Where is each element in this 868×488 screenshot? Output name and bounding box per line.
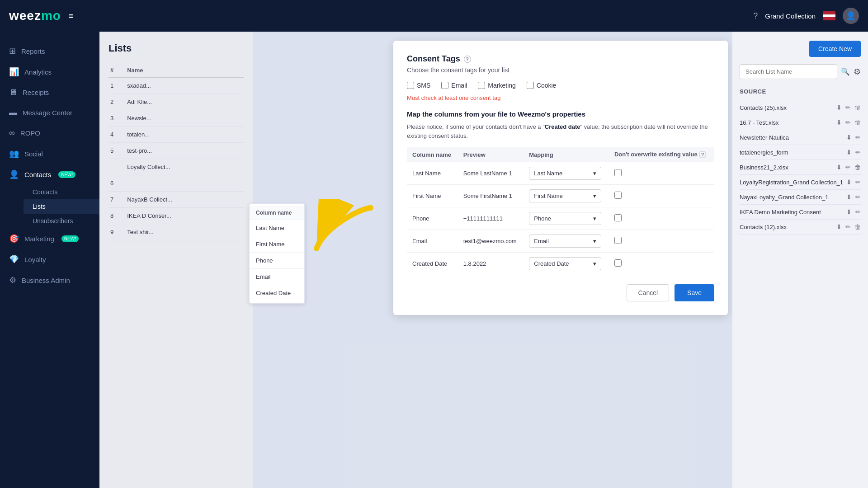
download-icon-8[interactable]: ⬇ xyxy=(846,208,852,216)
mapping-select-firstname[interactable]: First Name ▾ xyxy=(524,185,609,207)
source-actions-2: ⬇ ✏ 🗑 xyxy=(836,119,861,126)
mapping-overwrite-createddate xyxy=(609,253,714,275)
table-row[interactable]: 7NayaxB Collect... xyxy=(108,192,244,208)
sidebar-item-receipts[interactable]: 🖥 Receipts xyxy=(0,82,99,103)
table-row[interactable]: 6 xyxy=(108,175,244,192)
download-icon-4[interactable]: ⬇ xyxy=(846,149,852,156)
mapping-preview-phone: +11111111111 xyxy=(458,207,524,230)
mapping-overwrite-lastname xyxy=(609,162,714,185)
table-row[interactable]: 2Adi Klie... xyxy=(108,94,244,110)
sidebar-item-contacts[interactable]: 👤 Contacts NEW! xyxy=(0,164,99,185)
sidebar-item-reports[interactable]: ⊞ Reports xyxy=(0,41,99,61)
source-header: Source xyxy=(740,88,861,95)
dont-overwrite-info-icon[interactable]: ? xyxy=(699,151,706,158)
overwrite-cb-createddate[interactable] xyxy=(614,259,622,267)
menu-icon[interactable]: ≡ xyxy=(68,11,74,21)
sidebar-sub-item-contacts[interactable]: Contacts xyxy=(24,185,99,199)
email-checkbox[interactable] xyxy=(441,82,448,89)
delete-icon-2[interactable]: 🗑 xyxy=(854,119,861,126)
sidebar-sub-item-unsubscribers[interactable]: Unsubscribers xyxy=(24,214,99,228)
edit-icon-3[interactable]: ✏ xyxy=(855,134,861,141)
consent-option-cookie[interactable]: Cookie xyxy=(527,82,557,89)
overwrite-cb-email[interactable] xyxy=(614,237,622,244)
edit-icon-2[interactable]: ✏ xyxy=(845,119,851,126)
table-row[interactable]: 3Newsle... xyxy=(108,110,244,127)
sidebar-label-marketing: Marketing xyxy=(24,235,54,243)
avatar[interactable]: 👤 xyxy=(843,8,859,24)
sidebar-item-marketing[interactable]: 🎯 Marketing NEW! xyxy=(0,228,99,249)
mapping-select-lastname[interactable]: Last Name ▾ xyxy=(524,162,609,185)
consent-tags-info-icon[interactable]: ? xyxy=(464,56,471,63)
column-name-box-header: Column name xyxy=(250,206,304,220)
table-row[interactable]: 9Test shir... xyxy=(108,224,244,240)
download-icon-2[interactable]: ⬇ xyxy=(836,119,842,126)
sms-checkbox[interactable] xyxy=(407,82,414,89)
download-icon-7[interactable]: ⬇ xyxy=(846,193,852,201)
sidebar-item-loyalty[interactable]: 💎 Loyalty xyxy=(0,249,99,270)
sidebar-item-message-center[interactable]: ▬ Message Center xyxy=(0,103,99,123)
consent-option-sms[interactable]: SMS xyxy=(407,82,430,89)
edit-icon-5[interactable]: ✏ xyxy=(845,164,851,171)
sidebar-sub-item-lists[interactable]: Lists xyxy=(24,199,99,214)
cookie-checkbox[interactable] xyxy=(527,82,534,89)
receipts-icon: 🖥 xyxy=(9,88,17,97)
source-item-8: IKEA Demo Marketing Consent ⬇ ✏ xyxy=(740,205,861,220)
consent-option-email[interactable]: Email xyxy=(441,82,467,89)
sidebar-item-social[interactable]: 👥 Social xyxy=(0,143,99,164)
edit-icon-9[interactable]: ✏ xyxy=(845,223,851,230)
edit-icon-8[interactable]: ✏ xyxy=(855,208,861,216)
delete-icon-9[interactable]: 🗑 xyxy=(854,223,861,230)
create-new-button[interactable]: Create New xyxy=(809,41,861,57)
table-row[interactable]: Loyalty Collect... xyxy=(108,159,244,175)
mapping-table: Column name Preview Mapping Don't overwr… xyxy=(407,147,714,275)
sidebar-label-ropo: ROPO xyxy=(20,129,40,137)
overwrite-cb-phone[interactable] xyxy=(614,214,622,221)
mapping-select-email[interactable]: Email ▾ xyxy=(524,230,609,253)
cancel-button[interactable]: Cancel xyxy=(627,284,669,301)
ropo-icon: ∞ xyxy=(9,128,15,138)
download-icon-6[interactable]: ⬇ xyxy=(846,178,852,186)
table-row[interactable]: 4totalen... xyxy=(108,127,244,143)
download-icon-3[interactable]: ⬇ xyxy=(846,134,852,141)
right-panel-header: Create New xyxy=(740,41,861,57)
sidebar-item-ropo[interactable]: ∞ ROPO xyxy=(0,123,99,143)
table-row[interactable]: 8IKEA D Conser... xyxy=(108,208,244,224)
delete-icon-1[interactable]: 🗑 xyxy=(854,104,861,111)
edit-icon-1[interactable]: ✏ xyxy=(845,104,851,111)
overwrite-cb-lastname[interactable] xyxy=(614,169,622,176)
mapping-select-phone[interactable]: Phone ▾ xyxy=(524,207,609,230)
sidebar-label-receipts: Receipts xyxy=(23,89,49,96)
social-icon: 👥 xyxy=(9,149,19,159)
help-icon[interactable]: ? xyxy=(753,11,758,21)
download-icon-5[interactable]: ⬇ xyxy=(836,164,842,171)
table-row[interactable]: 5test-pro... xyxy=(108,143,244,159)
mapping-overwrite-phone xyxy=(609,207,714,230)
sidebar-item-business-admin[interactable]: ⚙ Business Admin xyxy=(0,270,99,291)
sidebar-label-contacts: Contacts xyxy=(24,171,51,178)
save-button[interactable]: Save xyxy=(675,284,714,301)
modal-subtitle: Choose the consent tags for your list xyxy=(407,66,714,74)
flag-icon xyxy=(823,11,835,20)
mapping-overwrite-firstname xyxy=(609,185,714,207)
search-input[interactable] xyxy=(740,64,837,79)
download-icon-9[interactable]: ⬇ xyxy=(836,223,842,230)
overwrite-cb-firstname[interactable] xyxy=(614,192,622,199)
marketing-checkbox[interactable] xyxy=(478,82,485,89)
edit-icon-7[interactable]: ✏ xyxy=(855,193,861,201)
search-icon[interactable]: 🔍 xyxy=(841,67,850,76)
lists-panel: Lists # Name 1sxadad... 2Adi Klie... 3Ne… xyxy=(99,32,253,488)
sidebar-item-analytics[interactable]: 📊 Analytics xyxy=(0,61,99,82)
mapping-select-createddate[interactable]: Created Date ▾ xyxy=(524,253,609,275)
table-row[interactable]: 1sxadad... xyxy=(108,78,244,94)
mapping-notice: Please notice, if some of your contacts … xyxy=(407,122,714,140)
edit-icon-4[interactable]: ✏ xyxy=(855,149,861,156)
consent-option-marketing[interactable]: Marketing xyxy=(478,82,515,89)
mapping-col-lastname: Last Name xyxy=(407,162,458,185)
edit-icon-6[interactable]: ✏ xyxy=(855,178,861,186)
source-actions-3: ⬇ ✏ xyxy=(846,134,861,141)
main-area: Lists # Name 1sxadad... 2Adi Klie... 3Ne… xyxy=(99,32,868,488)
filter-icon[interactable]: ⚙ xyxy=(854,67,861,77)
delete-icon-5[interactable]: 🗑 xyxy=(854,164,861,171)
loyalty-icon: 💎 xyxy=(9,254,19,264)
download-icon-1[interactable]: ⬇ xyxy=(836,104,842,111)
